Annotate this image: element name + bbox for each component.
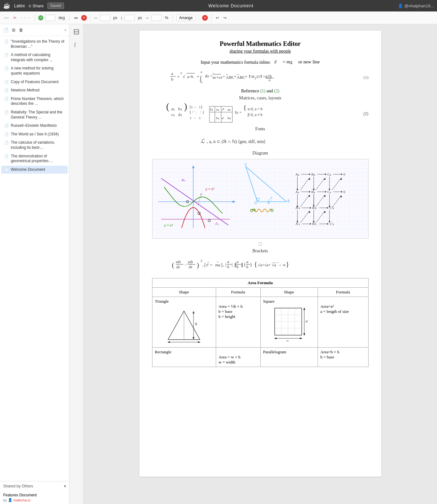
doc-subtitle: sharing your formulas with people (152, 49, 369, 54)
doc-icon: 📄 (4, 40, 9, 44)
svg-text:a: a (246, 260, 248, 264)
pen-tool[interactable]: ✏ (12, 15, 18, 21)
sidebar-item-integrals[interactable]: 📄 A method of calculating integrals with… (1, 51, 68, 64)
sidebar-item-features-copy[interactable]: 📄 Copy of Features Document (1, 78, 68, 86)
svg-text:1: 1 (190, 116, 192, 120)
sidebar-item-newtons[interactable]: 📄 Newtons Method (1, 86, 68, 95)
svg-text:B: B (287, 199, 290, 203)
svg-text:F⃗: F⃗ (274, 60, 277, 65)
angle-icon: ↺ (38, 15, 43, 20)
svg-text:{: { (254, 260, 257, 268)
formula-insert-tool[interactable]: ∫ (71, 39, 81, 49)
shared-section-header[interactable]: Shared by Others ▾ (0, 481, 69, 491)
svg-text:⋮⌋: ⋮⌋ (199, 110, 204, 114)
svg-text:1⌉: 1⌉ (199, 105, 202, 109)
svg-text:b: b (201, 80, 202, 84)
svg-text:⟨: ⟨ (244, 263, 245, 267)
svg-text:h: h (195, 321, 197, 326)
delete-icon[interactable]: ✕ (202, 15, 208, 21)
sidebar-doc-icon[interactable]: 📄 (3, 27, 9, 33)
svg-text:ABC: ABC (237, 75, 245, 80)
svg-text:ac+ce: ac+ce (213, 75, 222, 80)
doc-icon: 📄 (4, 97, 9, 101)
cross-icon[interactable]: ✕ (81, 15, 87, 21)
svg-text:A₁: A₁ (295, 190, 299, 194)
sidebar-item-quartic[interactable]: 📄 A new method for solving quartic equat… (1, 64, 68, 77)
sidebar-item-russell[interactable]: 📄 Russell–Einstein Manifesto (1, 122, 68, 130)
dash-line-tool[interactable]: - - - (20, 15, 32, 21)
diagram-label: Diagram (152, 151, 369, 156)
formula-num-1: (1) (363, 75, 368, 80)
line-tool[interactable]: — (3, 14, 10, 21)
doc-icon: 📄 (4, 140, 9, 145)
cell-parallelogram: Parallelogram (260, 348, 318, 367)
sidebar-item-prime[interactable]: 📄 Prime Number Theorem, which describes … (1, 95, 68, 108)
svg-marker-231 (300, 337, 302, 339)
insert-text-icon (73, 29, 80, 35)
fonts-label: Fonts (152, 126, 369, 132)
svg-text:b: b (236, 265, 238, 269)
formula-num-2: (2) (363, 111, 369, 116)
svg-text:+: + (245, 74, 247, 79)
brackets-label: Brackets (152, 248, 369, 254)
svg-text:‖: ‖ (241, 263, 243, 267)
undo-button[interactable]: ↩ (215, 15, 220, 21)
sidebar-item-relativity[interactable]: 📄 Relativity: The Special and the Genera… (1, 108, 68, 121)
svg-text:⌈1: ⌈1 (190, 105, 193, 109)
svg-text:C'₁: C'₁ (330, 222, 334, 226)
editor-area: ∫ Powerful Mathematics Editor sharing yo… (69, 24, 437, 504)
shared-item-features[interactable]: Features Document by 👤 mathcha.io (0, 491, 69, 504)
sidebar-top: 📄 ⊞ 🗑 « (0, 24, 69, 36)
svg-rect-218 (275, 308, 302, 335)
svg-text:|: | (232, 263, 233, 267)
svg-text:B₁: B₁ (311, 190, 315, 194)
sidebar-collapse-button[interactable]: « (64, 28, 67, 32)
angle-input[interactable]: 0 (45, 15, 55, 21)
resize-handle[interactable] (259, 242, 262, 246)
svg-text:ABC: ABC (226, 75, 235, 80)
sidebar-item-calculus[interactable]: 📄 The calculus of variations, including … (1, 139, 68, 152)
sidebar-trash-icon[interactable]: 🗑 (18, 27, 24, 33)
svg-text:∫: ∫ (74, 42, 76, 47)
share-button[interactable]: ⎋ Share (29, 4, 44, 8)
sidebar-item-world[interactable]: 📄 The World as I See It (1934) (1, 130, 68, 139)
flip-h-tool[interactable]: ⇔ (73, 15, 79, 21)
svg-text:1: 1 (199, 116, 201, 120)
svg-text:A: A (267, 201, 270, 205)
height-input[interactable]: 6 (124, 15, 135, 21)
editor-canvas[interactable]: Powerful Mathematics Editor sharing your… (83, 24, 437, 504)
svg-marker-227 (303, 333, 305, 336)
svg-text:(: ( (172, 261, 174, 269)
svg-text:+: + (197, 74, 199, 79)
svg-text:a: a (236, 260, 238, 264)
svg-text:2: 2 (255, 76, 256, 80)
doc-icon: 📄 (4, 80, 9, 84)
area-table: Area Formula Shape Formula Shape Formula… (152, 278, 369, 367)
sidebar-item-geometrical[interactable]: 📄 The demonstration of geometrical prope… (1, 152, 68, 165)
svg-text:a₁: a₁ (216, 107, 219, 111)
svg-text:}: } (286, 260, 289, 268)
arrange-button[interactable]: Arrange (176, 15, 196, 21)
svg-text:a: a (227, 260, 229, 264)
toolbar: — ✏ - - - ↺ 0 deg ⇔ ✕ ↔ 6 px ↕ 6 px ↔ 0 … (0, 11, 437, 24)
user-menu[interactable]: 👤 @nhatphan19... (398, 4, 434, 8)
opacity-input[interactable]: 0 (152, 15, 162, 21)
svg-text:{: { (243, 103, 247, 111)
matrices-formulas: ( a₁ b₁ c₁ d₁ ) ⌈1 ··· 1⌉ ⌊⋮ ⋱ (152, 103, 363, 124)
svg-text:|: | (225, 263, 226, 267)
sidebar-item-welcome[interactable]: 📄 Welcome Document (1, 166, 68, 174)
saved-badge: Saved (47, 3, 64, 9)
svg-text:dx +: dx + (205, 74, 213, 78)
chevron-down-icon: ▾ (64, 484, 66, 488)
table-row: Triangle h (152, 297, 368, 348)
svg-text:a₁: a₁ (171, 106, 175, 111)
sidebar-grid-icon[interactable]: ⊞ (11, 27, 16, 33)
sidebar-item-brownian[interactable]: 📄 "Investigations on the Theory of Brown… (1, 38, 68, 51)
text-insert-tool[interactable] (71, 27, 81, 37)
redo-button[interactable]: ↪ (222, 15, 228, 21)
brackets-svg: ( xdx dy − ydy dx ) 2 , [ → (171, 256, 349, 274)
svg-marker-216 (198, 341, 201, 343)
triangle-diagram: h b (155, 306, 213, 345)
width-input[interactable]: 6 (100, 15, 110, 21)
ref-row: Reference (1) and (2) (152, 89, 369, 94)
